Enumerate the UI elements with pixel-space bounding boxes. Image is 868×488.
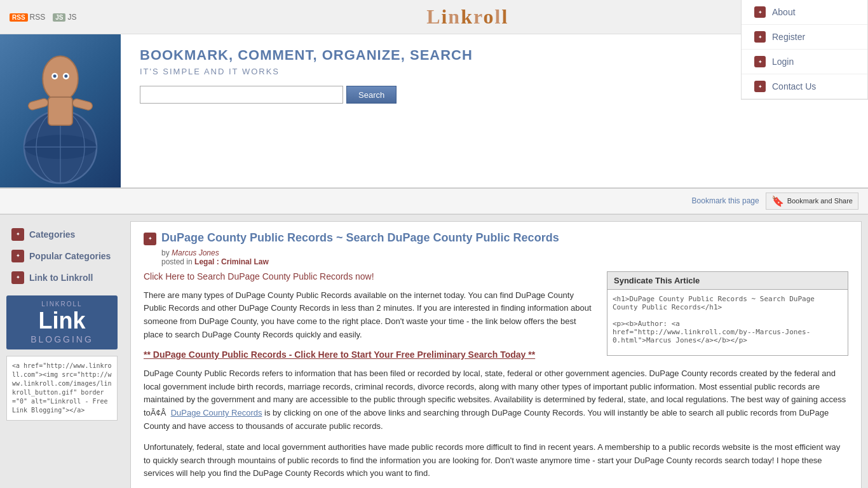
sidebar-item-popular-categories[interactable]: Popular Categories — [6, 246, 118, 266]
article-body-p2: DuPage County Public Records refers to i… — [144, 367, 848, 433]
nav-item-about[interactable]: About — [742, 0, 867, 25]
nav-item-login[interactable]: Login — [742, 50, 867, 74]
contact-link[interactable]: Contact Us — [772, 81, 816, 92]
svg-point-11 — [53, 74, 57, 78]
login-nav-icon — [754, 56, 766, 67]
bookmark-this-page-link[interactable]: Bookmark this page — [692, 196, 759, 205]
blogging-text: Blogging — [11, 334, 112, 344]
svg-rect-7 — [27, 98, 49, 111]
rss-links: RSSRSS JSJS — [10, 13, 77, 22]
nav-dropdown: About Register Login Contact Us — [741, 0, 868, 100]
js-badge-icon: JSJS — [53, 13, 76, 22]
popular-categories-link[interactable]: Popular Categories — [29, 251, 111, 261]
article-content: DuPage County Public Records ~ Search Du… — [130, 221, 862, 488]
posted-in-label: posted in — [161, 257, 193, 266]
logo-text: Linkroll — [426, 5, 508, 29]
svg-point-5 — [43, 56, 78, 101]
svg-rect-6 — [48, 97, 72, 125]
bookmark-bar: Bookmark this page 🔖 Bookmark and Share — [0, 189, 868, 214]
rss-badge-icon: RSSRSS — [10, 13, 45, 22]
syndicate-title: Syndicate This Article — [607, 272, 848, 290]
sidebar-item-categories[interactable]: Categories — [6, 224, 118, 245]
nav-item-register[interactable]: Register — [742, 25, 867, 50]
author-link[interactable]: Marcus Jones — [172, 248, 219, 257]
hero-illustration — [0, 34, 121, 187]
syndicate-content: <h1>DuPage County Public Records ~ Searc… — [607, 290, 848, 355]
logo: Linkroll — [426, 5, 508, 29]
sidebar-item-link-to-linkroll[interactable]: Link to Linkroll — [6, 268, 118, 288]
hero-image — [0, 34, 121, 187]
sidebar: Categories Popular Categories Link to Li… — [0, 215, 124, 488]
inline-county-records-link[interactable]: DuPage County Records — [171, 408, 262, 417]
link-to-linkroll-link[interactable]: Link to Linkroll — [29, 273, 93, 283]
about-link[interactable]: About — [772, 7, 796, 17]
hero-section: BOOKMARK, COMMENT, ORGANIZE, SEARCH IT'S… — [0, 34, 868, 189]
article-meta: by Marcus Jones posted in Legal : Crimin… — [161, 248, 848, 266]
js-link[interactable]: JS — [67, 13, 76, 22]
main-content: Categories Popular Categories Link to Li… — [0, 215, 868, 488]
register-nav-icon — [754, 31, 766, 43]
by-label: by — [161, 248, 172, 257]
article-body: Syndicate This Article <h1>DuPage County… — [144, 271, 848, 488]
bookmark-share-button[interactable]: 🔖 Bookmark and Share — [766, 193, 858, 210]
svg-point-12 — [64, 74, 67, 78]
article-title-link[interactable]: DuPage County Public Records ~ Search Du… — [161, 231, 559, 244]
category-link[interactable]: Legal : Criminal Law — [194, 257, 269, 266]
popular-categories-icon — [11, 250, 24, 262]
search-input[interactable] — [140, 86, 343, 104]
categories-link[interactable]: Categories — [29, 229, 75, 240]
article-body-p3: Unfortunately, federal, state and local … — [144, 441, 848, 480]
syndicate-box: Syndicate This Article <h1>DuPage County… — [607, 271, 848, 356]
contact-nav-icon — [754, 81, 766, 92]
rss-link[interactable]: RSS — [30, 13, 46, 22]
search-button[interactable]: Search — [346, 86, 397, 104]
categories-icon — [11, 228, 24, 241]
about-nav-icon — [754, 6, 766, 18]
article-header: DuPage County Public Records ~ Search Du… — [144, 231, 848, 245]
bookmark-share-label: Bookmark and Share — [787, 197, 853, 205]
login-link[interactable]: Login — [772, 57, 794, 67]
link-to-linkroll-icon — [11, 271, 24, 284]
nav-item-contact[interactable]: Contact Us — [742, 74, 867, 99]
linkblogging-box[interactable]: Linkroll Link Blogging — [6, 295, 118, 349]
svg-rect-8 — [72, 98, 93, 111]
article-title: DuPage County Public Records ~ Search Du… — [161, 231, 559, 245]
link-big-text: Link — [11, 308, 112, 334]
syndicate-textarea[interactable]: <h1>DuPage County Public Records ~ Searc… — [607, 290, 848, 353]
code-snippet-text: <a href="http://www.linkroll.com"><img s… — [12, 362, 112, 414]
code-box: <a href="http://www.linkroll.com"><img s… — [6, 356, 118, 421]
article-icon — [144, 233, 156, 245]
register-link[interactable]: Register — [772, 32, 805, 42]
